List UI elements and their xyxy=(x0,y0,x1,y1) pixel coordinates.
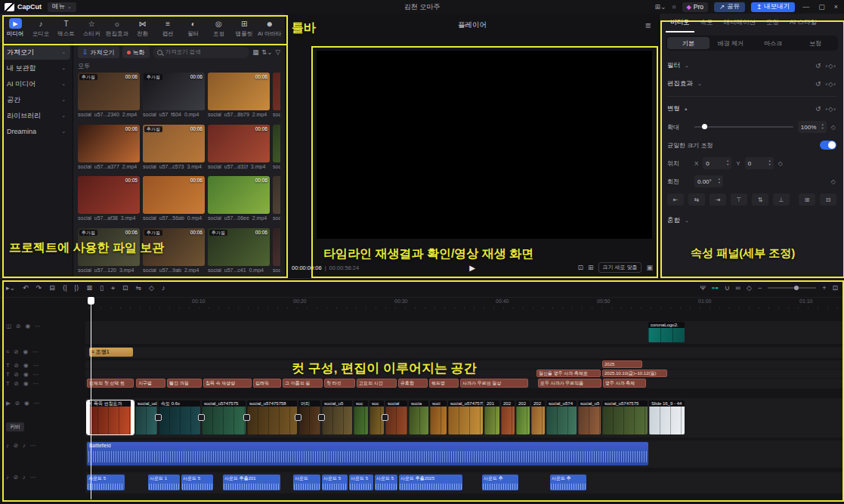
record-voiceover-icon[interactable]: Ψ xyxy=(700,284,706,292)
text-clip[interactable]: 모두 사과가 무르익음 xyxy=(538,379,601,388)
ribbon-tab-5[interactable]: ⋈전환 xyxy=(130,18,155,38)
track-lane-text[interactable] xyxy=(85,360,843,369)
video-clip[interactable]: 202 xyxy=(501,400,515,434)
more-icon[interactable]: ⋯ xyxy=(35,323,41,331)
filter-funnel-icon[interactable]: ▽ xyxy=(275,48,280,56)
more-icon[interactable]: ⋯ xyxy=(30,442,36,450)
sidebar-item-3[interactable]: 공간⌄ xyxy=(2,92,70,107)
text-clip[interactable]: 빨간 과일 xyxy=(167,379,202,388)
pip-clip[interactable]: coronaLogo2. xyxy=(648,322,685,342)
play-button[interactable]: ▶ xyxy=(469,264,475,272)
transition-icon[interactable] xyxy=(243,414,250,421)
rotate-input[interactable]: 0.00°▴▾ xyxy=(694,175,723,187)
reset-icon[interactable]: ↺ xyxy=(815,105,821,113)
sidebar-item-0[interactable]: 가져오기⌄ xyxy=(2,45,70,60)
search-input[interactable]: 가져오기 검색 xyxy=(153,47,250,58)
freeze-frame-icon[interactable]: ▯ xyxy=(100,284,104,292)
distribute-h-icon[interactable]: ⊞ xyxy=(799,193,815,206)
sound-clip[interactable]: 사운드 5 xyxy=(322,475,348,490)
keyframe-icon[interactable]: ◇ xyxy=(831,178,836,185)
zoom-slider[interactable] xyxy=(768,287,816,289)
lock-icon[interactable]: ⊘ xyxy=(15,400,20,408)
sound-clip[interactable]: 사운드 5 xyxy=(87,475,125,490)
media-item[interactable]: 00:06추가됨social_u57_f604_0.mp4 xyxy=(143,73,205,120)
ribbon-tab-7[interactable]: ◐필터 xyxy=(181,18,206,38)
mask-icon[interactable]: ◇ xyxy=(149,284,154,292)
select-tool-icon[interactable]: ▸⌄ xyxy=(6,284,15,292)
grid-view-icon[interactable]: ▦ xyxy=(252,48,258,56)
media-item[interactable]: 00:06추가됨social_u57...c41_0.mp4 xyxy=(208,228,270,276)
mirror-icon[interactable]: ⇋ xyxy=(136,284,142,292)
media-item[interactable]: 00:06social_u57...d02_1.mp4 xyxy=(273,228,280,276)
text-clip[interactable]: 인체의 첫 선택 된 xyxy=(87,379,134,388)
lock-icon[interactable]: ⊘ xyxy=(14,380,19,388)
text-clip[interactable]: 사과가 무르면 일상 xyxy=(460,379,528,388)
cover-button[interactable]: 커버 xyxy=(6,422,24,431)
props-tab-0[interactable]: 비디오 xyxy=(666,14,694,32)
lock-icon[interactable]: ⊘ xyxy=(16,323,20,331)
ribbon-tab-2[interactable]: T텍스트 xyxy=(54,18,79,38)
more-icon[interactable]: ⋯ xyxy=(34,400,40,408)
video-clip[interactable]: social_ud xyxy=(135,400,157,434)
transition-icon[interactable] xyxy=(318,414,325,421)
text-clip[interactable]: 지구별 xyxy=(136,379,165,388)
eye-icon[interactable]: ◉ xyxy=(23,380,29,388)
linking-icon[interactable]: ∞ xyxy=(736,284,740,292)
keyframe-add-icon[interactable]: ◇ xyxy=(747,284,752,292)
media-item[interactable]: 00:06추가됨social_u57...c573_3.mp4 xyxy=(143,125,205,172)
media-item[interactable]: 00:06social_u57...06ee_2.mp4 xyxy=(208,176,270,224)
sidebar-item-5[interactable]: Dreamina⌄ xyxy=(2,124,70,139)
ribbon-tab-10[interactable]: ☻AI 아바타 xyxy=(257,18,282,38)
video-clip[interactable]: social_u5747575 xyxy=(448,400,483,434)
lock-icon[interactable]: ⊘ xyxy=(14,371,19,379)
track-lane-text[interactable] xyxy=(85,369,843,378)
video-clip[interactable]: 머리 xyxy=(298,400,320,434)
ribbon-tab-0[interactable]: ▶미디어 xyxy=(3,18,28,38)
eye-icon[interactable]: ◉ xyxy=(24,400,29,408)
export-button[interactable]: ↥ 내보내기 xyxy=(751,2,795,12)
crop-icon[interactable]: ⊡ xyxy=(122,284,128,292)
props-subtab-1[interactable]: 배경 제거 xyxy=(710,37,752,49)
record-button[interactable]: 녹화 xyxy=(122,46,150,58)
sound-clip[interactable]: 사운드 xyxy=(293,475,320,490)
layout-icon[interactable]: ⊞⌄ xyxy=(654,3,666,11)
magnet-icon[interactable]: ∪ xyxy=(725,284,730,292)
video-clip[interactable]: social_u57475758 xyxy=(247,400,297,434)
media-item[interactable]: 00:06social_u57...b21_0.mp4 xyxy=(273,125,280,172)
ribbon-tab-6[interactable]: ≡캡션 xyxy=(156,18,181,38)
audio-clip[interactable]: Battlefield xyxy=(87,442,648,465)
text-clip[interactable]: 침묵 속 재생량 xyxy=(203,379,252,388)
fit-timeline-icon[interactable]: ⊡ xyxy=(832,284,838,292)
sound-clip[interactable]: 사운드 추 xyxy=(482,475,518,490)
split-icon[interactable]: ⊟ xyxy=(49,284,55,292)
redo-icon[interactable]: ↷ xyxy=(36,284,42,292)
video-clip[interactable]: socia xyxy=(409,400,428,434)
text-clip[interactable]: 고요의 시간 xyxy=(357,379,397,388)
lock-icon[interactable]: ⊘ xyxy=(14,442,18,450)
keyframe-nav-icon[interactable]: ‹◇› xyxy=(826,81,836,88)
keyframe-nav-icon[interactable]: ‹◇› xyxy=(826,106,836,113)
video-clip[interactable]: social_u574 xyxy=(546,400,577,434)
props-tab-1[interactable]: 속도 xyxy=(696,14,718,32)
scale-slider[interactable] xyxy=(694,126,793,128)
media-item[interactable]: 00:06social_u57...77e_1.mp4 xyxy=(273,176,280,224)
lock-icon[interactable]: ⊘ xyxy=(14,348,18,357)
align-middle-v-icon[interactable]: ⇅ xyxy=(752,193,768,206)
align-top-icon[interactable]: ⊤ xyxy=(731,193,747,206)
media-item[interactable]: 00:06social_u57...56ab_0.mp4 xyxy=(143,176,205,224)
more-icon[interactable]: ⋯ xyxy=(32,348,39,357)
props-subtab-3[interactable]: 보정 xyxy=(794,37,836,49)
sidebar-item-4[interactable]: 라이브러리⌄ xyxy=(2,108,70,123)
media-item[interactable]: 00:06추가됨social_u57...120_3.mp4 xyxy=(78,228,140,276)
more-icon[interactable]: ⋯ xyxy=(30,474,36,482)
video-clip[interactable]: ⚡ 폭죽 펀칭효과 xyxy=(87,400,134,434)
video-clip[interactable]: 202 xyxy=(531,400,545,434)
props-tab-4[interactable]: AI 스타일 xyxy=(785,14,821,32)
fit-mode-button[interactable]: 크기 세로 맞춤 xyxy=(598,262,642,273)
player-menu-icon[interactable]: ≣ xyxy=(645,21,651,29)
ribbon-tab-1[interactable]: ♪오디오 xyxy=(29,18,54,38)
align-right-icon[interactable]: ⇥ xyxy=(710,193,726,206)
text-clip[interactable]: 김래워 xyxy=(253,379,281,388)
uniform-scale-toggle[interactable] xyxy=(820,141,836,150)
sound-clip[interactable]: 사운드 추 xyxy=(550,475,586,490)
